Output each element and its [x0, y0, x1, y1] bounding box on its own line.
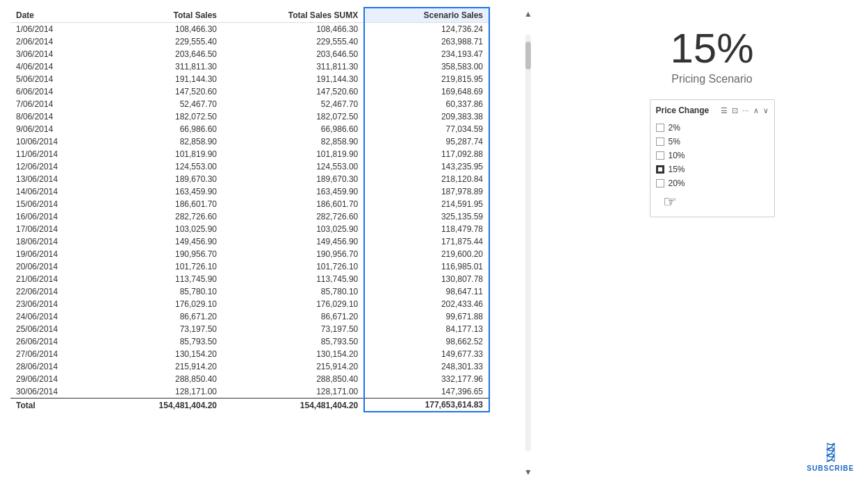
expand-icon[interactable]: ⊡: [732, 106, 738, 115]
filter-checkbox[interactable]: [656, 179, 664, 187]
date-cell: 27/06/2014: [10, 348, 102, 360]
sales-table: Date Total Sales Total Sales SUMX Scenar…: [10, 7, 490, 412]
table-row: 8/06/2014182,072.50182,072.50209,383.38: [10, 110, 489, 123]
scenario-sales-cell: 325,135.59: [364, 210, 489, 223]
date-cell: 20/06/2014: [10, 260, 102, 273]
sort-up-icon[interactable]: ∧: [753, 106, 759, 115]
table-row: 25/06/201473,197.5073,197.5084,177.13: [10, 323, 489, 335]
date-cell: 26/06/2014: [10, 335, 102, 348]
date-cell: 17/06/2014: [10, 223, 102, 235]
sales-cell: 101,819.90: [102, 148, 222, 160]
sales-cell: 113,745.90: [102, 273, 222, 285]
sales-cell: 163,459.90: [102, 185, 222, 198]
menu-icon[interactable]: ☰: [721, 106, 728, 115]
sales-cell: 282,726.60: [222, 210, 364, 223]
date-cell: 24/06/2014: [10, 310, 102, 323]
filter-label: 15%: [669, 165, 685, 174]
date-cell: 10/06/2014: [10, 135, 102, 148]
scrollbar-thumb[interactable]: [525, 42, 531, 69]
scenario-sales-cell: 214,591.95: [364, 198, 489, 210]
date-cell: 28/06/2014: [10, 360, 102, 373]
table-row: 2/06/2014229,555.40229,555.40263,988.71: [10, 35, 489, 48]
sales-cell: 85,780.10: [102, 285, 222, 298]
filter-checkbox[interactable]: [656, 151, 664, 160]
filter-card-icons: ☰ ⊡ ··· ∧ ∨: [721, 106, 768, 115]
scenario-sales-cell: 60,337.86: [364, 98, 489, 110]
date-cell: 29/06/2014: [10, 373, 102, 385]
table-row: 30/06/2014128,171.00128,171.00147,396.65: [10, 385, 489, 399]
scenario-sales-cell: 116,985.01: [364, 260, 489, 273]
filter-label: 20%: [669, 178, 685, 188]
sort-down-icon[interactable]: ∨: [763, 106, 769, 115]
sales-cell: 86,671.20: [102, 310, 222, 323]
filter-card: Price Change ☰ ⊡ ··· ∧ ∨ 2%5%10%15%20% ☞: [650, 99, 775, 217]
scenario-sales-cell: 234,193.47: [364, 48, 489, 60]
sales-cell: 311,811.30: [222, 60, 364, 73]
scenario-sales-cell: 202,433.46: [364, 298, 489, 310]
sales-cell: 108,466.30: [102, 23, 222, 36]
sales-cell: 176,029.10: [222, 298, 364, 310]
filter-item[interactable]: 15%: [656, 162, 769, 176]
pricing-scenario-label: Pricing Scenario: [671, 73, 753, 85]
total-scenario-sales-value: 177,653,614.83: [364, 399, 489, 412]
sales-cell: 66,986.60: [222, 123, 364, 135]
filter-item[interactable]: 2%: [656, 121, 769, 135]
sales-cell: 85,780.10: [222, 285, 364, 298]
filter-label: 5%: [669, 137, 680, 146]
sales-cell: 113,745.90: [222, 273, 364, 285]
sales-cell: 149,456.90: [222, 235, 364, 248]
right-panel: 15% Pricing Scenario Price Change ☰ ⊡ ··…: [556, 0, 868, 486]
table-row: 26/06/201485,793.5085,793.5098,662.52: [10, 335, 489, 348]
table-row: 7/06/201452,467.7052,467.7060,337.86: [10, 98, 489, 110]
sales-cell: 186,601.70: [102, 198, 222, 210]
sales-cell: 229,555.40: [102, 35, 222, 48]
filter-item[interactable]: 10%: [656, 149, 769, 162]
date-cell: 12/06/2014: [10, 160, 102, 173]
scenario-sales-cell: 248,301.33: [364, 360, 489, 373]
scroll-down-button[interactable]: ▼: [521, 465, 535, 479]
date-cell: 2/06/2014: [10, 35, 102, 48]
filter-checkbox[interactable]: [656, 124, 664, 132]
total-sales-sumx-value: 154,481,404.20: [222, 399, 364, 412]
sales-cell: 189,670.30: [222, 173, 364, 185]
sales-cell: 186,601.70: [222, 198, 364, 210]
pricing-scenario-value: 15%: [670, 28, 753, 69]
date-cell: 30/06/2014: [10, 385, 102, 399]
sales-cell: 103,025.90: [222, 223, 364, 235]
scenario-sales-cell: 98,647.11: [364, 285, 489, 298]
date-cell: 22/06/2014: [10, 285, 102, 298]
table-row: 12/06/2014124,553.00124,553.00143,235.95: [10, 160, 489, 173]
date-cell: 7/06/2014: [10, 98, 102, 110]
filter-checkbox[interactable]: [656, 137, 664, 146]
sales-cell: 203,646.50: [222, 48, 364, 60]
subscribe-label[interactable]: SUBSCRIBE: [807, 464, 854, 472]
scenario-sales-cell: 117,092.88: [364, 148, 489, 160]
filter-item[interactable]: 5%: [656, 135, 769, 149]
sales-cell: 130,154.20: [222, 348, 364, 360]
more-icon[interactable]: ···: [742, 106, 748, 115]
sales-cell: 52,467.70: [102, 98, 222, 110]
filter-card-header: Price Change ☰ ⊡ ··· ∧ ∨: [656, 106, 769, 115]
scenario-sales-cell: 169,648.69: [364, 85, 489, 98]
table-row: 1/06/2014108,466.30108,466.30124,736.24: [10, 23, 489, 36]
total-sales-value: 154,481,404.20: [102, 399, 222, 412]
sales-cell: 182,072.50: [102, 110, 222, 123]
table-row: 27/06/2014130,154.20130,154.20149,677.33: [10, 348, 489, 360]
sales-cell: 103,025.90: [102, 223, 222, 235]
scenario-sales-cell: 209,383.38: [364, 110, 489, 123]
table-row: 13/06/2014189,670.30189,670.30218,120.84: [10, 173, 489, 185]
filter-item[interactable]: 20%: [656, 176, 769, 190]
scrollbar-track[interactable]: [525, 35, 531, 451]
sales-cell: 128,171.00: [102, 385, 222, 399]
sales-cell: 85,793.50: [102, 335, 222, 348]
sales-cell: 288,850.40: [222, 373, 364, 385]
scenario-sales-cell: 358,583.00: [364, 60, 489, 73]
date-cell: 25/06/2014: [10, 323, 102, 335]
table-row: 10/06/201482,858.9082,858.9095,287.74: [10, 135, 489, 148]
scroll-up-button[interactable]: ▲: [521, 7, 535, 21]
table-row: 9/06/201466,986.6066,986.6077,034.59: [10, 123, 489, 135]
date-cell: 3/06/2014: [10, 48, 102, 60]
filter-checkbox[interactable]: [656, 165, 664, 174]
date-cell: 18/06/2014: [10, 235, 102, 248]
sales-cell: 66,986.60: [102, 123, 222, 135]
